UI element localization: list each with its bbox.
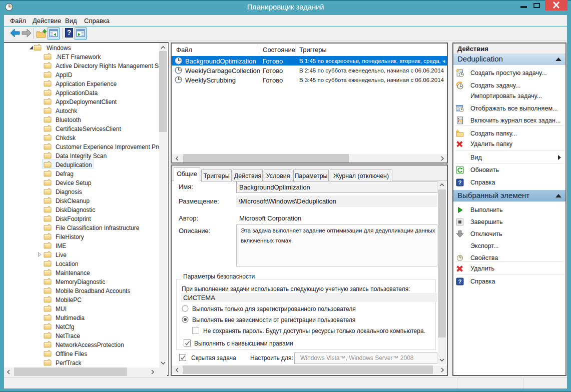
svg-text:?: ?: [458, 180, 461, 186]
svg-text:?: ?: [458, 278, 461, 284]
